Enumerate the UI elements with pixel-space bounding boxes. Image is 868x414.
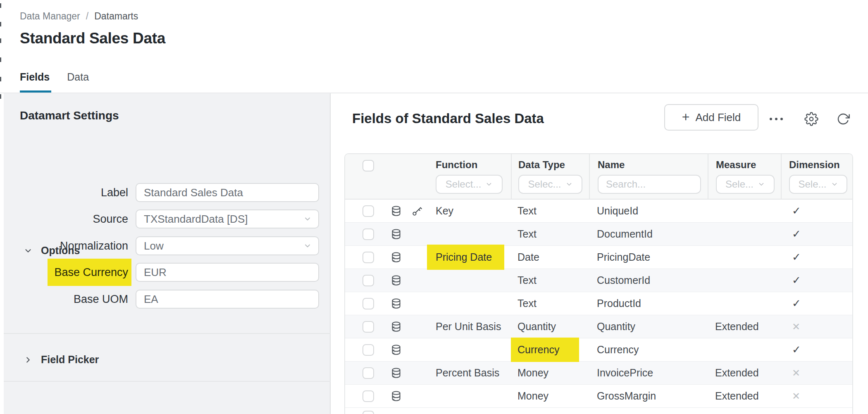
chevron-down-icon — [303, 215, 312, 223]
field-picker-section-toggle[interactable]: Field Picker — [24, 354, 99, 366]
section-divider — [4, 381, 331, 382]
database-icon — [391, 344, 402, 355]
screen-edge-artifacts — [0, 0, 2, 107]
database-icon — [391, 367, 402, 378]
column-header-measure: Measure — [716, 159, 781, 171]
source-select[interactable]: TXStandardData [DS] — [136, 209, 319, 228]
cell-dimension: ✓ — [781, 297, 852, 310]
breadcrumb: Data Manager / Datamarts — [20, 11, 138, 22]
row-checkbox[interactable] — [362, 275, 374, 286]
table-row-partial — [345, 408, 852, 414]
cell-dimension: ✓ — [781, 274, 852, 287]
row-checkbox[interactable] — [362, 344, 374, 356]
currency-highlight: Currency — [511, 338, 579, 362]
row-checkbox[interactable] — [362, 367, 374, 379]
gear-icon — [804, 112, 818, 126]
cell-name: Quantity — [589, 321, 708, 333]
field-picker-section-label: Field Picker — [41, 354, 99, 366]
label-field-label: Label — [4, 183, 128, 202]
normalization-field-label: Normalization — [4, 236, 128, 255]
table-row-currency[interactable]: Currency Currency ✓ — [345, 338, 852, 362]
cell-dimension: ✕ — [781, 321, 852, 333]
cell-measure: Extended — [708, 367, 781, 379]
check-icon: ✓ — [792, 297, 801, 309]
chevron-down-icon — [485, 181, 493, 188]
cell-dimension: ✓ — [781, 205, 852, 217]
measure-filter-select[interactable]: Sele... — [716, 175, 775, 194]
table-row-customerid[interactable]: Text CustomerId ✓ — [345, 269, 852, 292]
cell-name: GrossMargin — [589, 390, 708, 402]
cell-data-type: Text — [511, 228, 589, 240]
table-row-quantity[interactable]: Per Unit Basis Quantity Quantity Extende… — [345, 315, 852, 338]
database-icon — [391, 205, 402, 217]
ellipsis-icon — [770, 118, 783, 120]
cell-data-type: Money — [511, 390, 589, 402]
fields-panel-title: Fields of Standard Sales Data — [352, 111, 544, 126]
cell-measure: Extended — [708, 321, 781, 333]
table-row-pricingdate[interactable]: Pricing Date Date PricingDate ✓ — [345, 246, 852, 269]
column-header-dimension: Dimension — [789, 159, 852, 171]
select-all-checkbox[interactable] — [362, 160, 374, 171]
database-icon — [391, 390, 402, 402]
chevron-right-icon — [24, 355, 33, 364]
column-header-name: Name — [598, 159, 708, 171]
chevron-down-icon — [303, 242, 312, 250]
pricing-date-highlight: Pricing Date — [427, 245, 504, 270]
plus-icon: + — [682, 110, 690, 124]
tab-fields[interactable]: Fields — [20, 71, 50, 89]
label-input[interactable]: Standard Sales Data — [136, 183, 319, 202]
column-header-data-type: Data Type — [518, 159, 589, 171]
table-body: Key Text UniqueId ✓ Text DocumentId ✓ — [345, 200, 852, 414]
cell-data-type: Text — [511, 205, 589, 217]
cell-measure: Extended — [708, 390, 781, 402]
function-filter-select[interactable]: Select... — [436, 175, 503, 194]
cell-data-type: Quantity — [511, 321, 589, 333]
source-field-label: Source — [4, 209, 128, 228]
cell-name: DocumentId — [589, 228, 708, 240]
check-icon: ✓ — [792, 274, 801, 286]
key-icon — [411, 205, 423, 217]
table-row-productid[interactable]: Text ProductId ✓ — [345, 292, 852, 315]
row-checkbox[interactable] — [362, 321, 374, 333]
database-icon — [391, 228, 402, 240]
column-header-function: Function — [436, 159, 511, 171]
cell-dimension: ✓ — [781, 343, 852, 356]
database-icon — [391, 321, 402, 332]
cell-function: Key — [436, 205, 511, 217]
page-title: Standard Sales Data — [20, 30, 165, 47]
row-checkbox[interactable] — [362, 205, 374, 217]
cell-dimension: ✕ — [781, 390, 852, 402]
table-row-uniqueid[interactable]: Key Text UniqueId ✓ — [345, 200, 852, 223]
name-filter — [598, 175, 701, 194]
breadcrumb-item-datamarts[interactable]: Datamarts — [94, 11, 138, 22]
more-options-button[interactable] — [767, 110, 785, 128]
database-icon — [391, 252, 402, 263]
table-row-invoiceprice[interactable]: Percent Basis Money InvoicePrice Extende… — [345, 362, 852, 385]
row-checkbox — [362, 411, 374, 414]
cell-data-type: Date — [511, 251, 589, 263]
check-icon: ✓ — [792, 343, 801, 356]
database-icon — [391, 298, 402, 309]
dimension-filter-select[interactable]: Sele... — [789, 175, 847, 194]
table-row-documentid[interactable]: Text DocumentId ✓ — [345, 223, 852, 246]
cell-name: PricingDate — [589, 251, 708, 263]
cell-name: Currency — [589, 344, 708, 356]
tab-data[interactable]: Data — [67, 71, 89, 89]
table-settings-button[interactable] — [802, 110, 820, 128]
row-checkbox[interactable] — [362, 390, 374, 402]
breadcrumb-item-data-manager[interactable]: Data Manager — [20, 11, 80, 22]
row-checkbox[interactable] — [362, 298, 374, 309]
normalization-select[interactable]: Low — [136, 236, 319, 255]
table-row-grossmargin[interactable]: Money GrossMargin Extended ✕ — [345, 385, 852, 408]
add-field-button[interactable]: + Add Field — [664, 104, 758, 131]
base-currency-input[interactable]: EUR — [136, 263, 319, 282]
refresh-button[interactable] — [834, 110, 852, 128]
cell-function: Per Unit Basis — [436, 321, 511, 333]
base-uom-input[interactable]: EA — [136, 290, 319, 309]
row-checkbox[interactable] — [362, 228, 374, 240]
row-checkbox[interactable] — [362, 252, 374, 263]
name-search-input[interactable] — [605, 178, 689, 190]
cell-data-type: Text — [511, 274, 589, 286]
check-icon: ✓ — [792, 205, 801, 217]
data-type-filter-select[interactable]: Selec... — [518, 175, 582, 194]
